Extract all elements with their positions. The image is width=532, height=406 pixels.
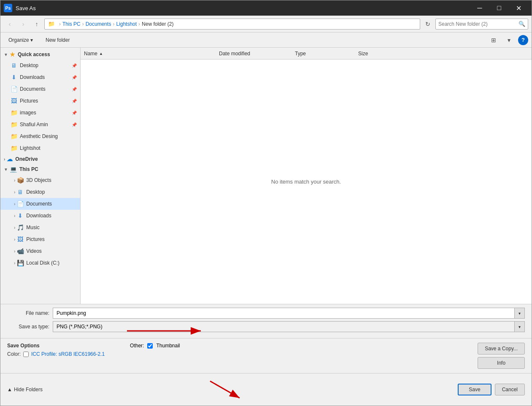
back-button[interactable]: ‹ bbox=[4, 18, 16, 30]
music-icon: 🎵 bbox=[17, 224, 24, 231]
sidebar-item-localdisk-label: Local Disk (C:) bbox=[26, 260, 77, 266]
sidebar-item-pictures-pc[interactable]: › 🖼 Pictures bbox=[0, 233, 80, 245]
up-button[interactable]: ↑ bbox=[31, 18, 43, 30]
pin-icon-6: 📌 bbox=[72, 122, 77, 127]
view-button[interactable]: ⊞ bbox=[488, 35, 500, 46]
filename-row: File name: ▾ bbox=[7, 308, 525, 319]
savetype-dropdown-button[interactable]: ▾ bbox=[515, 321, 525, 332]
3dobjects-chevron: › bbox=[14, 178, 15, 183]
forward-button[interactable]: › bbox=[17, 18, 29, 30]
drive-icon: 💾 bbox=[17, 260, 24, 266]
icc-profile-link[interactable]: ICC Profile: sRGB IEC61966-2.1 bbox=[31, 351, 105, 357]
sidebar-item-documents-pc-label: Documents bbox=[26, 201, 77, 207]
sidebar-item-music-pc[interactable]: › 🎵 Music bbox=[0, 222, 80, 233]
lightshot-folder-icon: 📁 bbox=[11, 145, 17, 152]
save-as-dialog: Ps Save As ─ □ ✕ ‹ › ↑ 📁 › This PC › Doc… bbox=[0, 0, 532, 406]
main-content: ▼ ★ Quick access 🖥 Desktop 📌 ⬇ Downloads… bbox=[0, 48, 532, 304]
savetype-row: Save as type: ▾ bbox=[7, 321, 525, 332]
sidebar-item-pictures-pc-label: Pictures bbox=[26, 236, 77, 242]
column-header: Name ▲ Date modified Type Size bbox=[81, 48, 532, 60]
info-button[interactable]: Info bbox=[478, 357, 525, 369]
col-size-header[interactable]: Size bbox=[355, 51, 397, 57]
sidebar-item-downloads-pc[interactable]: › ⬇ Downloads bbox=[0, 210, 80, 222]
maximize-button[interactable]: □ bbox=[489, 0, 509, 16]
sidebar-item-downloads-label: Downloads bbox=[20, 74, 70, 80]
search-box[interactable]: 🔍 bbox=[435, 19, 528, 30]
sidebar-item-pictures-quick[interactable]: 🖼 Pictures 📌 bbox=[0, 95, 80, 107]
sidebar-item-3dobjects[interactable]: › 📦 3D Objects bbox=[0, 174, 80, 186]
save-buttons-section: Save a Copy... Info bbox=[478, 343, 525, 369]
breadcrumb-thispc[interactable]: This PC bbox=[62, 21, 81, 27]
filename-dropdown-button[interactable]: ▾ bbox=[515, 308, 525, 319]
file-list: No items match your search. bbox=[81, 60, 532, 304]
sidebar-item-documents-quick[interactable]: 📄 Documents 📌 bbox=[0, 83, 80, 95]
savetype-label: Save as type: bbox=[7, 324, 49, 330]
videos-icon: 📹 bbox=[17, 248, 24, 254]
savetype-input[interactable] bbox=[53, 321, 515, 332]
sort-arrow: ▲ bbox=[99, 51, 103, 56]
sidebar-item-downloads-pc-label: Downloads bbox=[26, 213, 77, 219]
footer: ▲ Hide Folders Save Cancel bbox=[0, 373, 532, 406]
minimize-button[interactable]: ─ bbox=[470, 0, 489, 16]
filename-input[interactable] bbox=[53, 308, 515, 319]
sidebar-item-documents-label: Documents bbox=[20, 86, 70, 92]
localdisk-chevron: › bbox=[14, 261, 15, 265]
organize-button[interactable]: Organize ▾ bbox=[4, 35, 38, 46]
other-section: Other: Thumbnail bbox=[130, 343, 180, 349]
color-label: Color: bbox=[7, 351, 21, 357]
refresh-button[interactable]: ↻ bbox=[422, 18, 434, 30]
sidebar-section-thispc[interactable]: ▼ 💻 This PC bbox=[0, 164, 80, 174]
save-copy-button[interactable]: Save a Copy... bbox=[478, 343, 525, 355]
thumbnail-checkbox[interactable] bbox=[147, 343, 153, 349]
title-bar: Ps Save As ─ □ ✕ bbox=[0, 0, 532, 16]
pin-icon-4: 📌 bbox=[72, 99, 77, 103]
sidebar-item-videos-pc[interactable]: › 📹 Videos bbox=[0, 245, 80, 257]
pin-icon: 📌 bbox=[72, 63, 77, 68]
breadcrumb-lightshot[interactable]: Lightshot bbox=[116, 21, 137, 27]
sidebar-item-images-label: images bbox=[20, 110, 70, 116]
view-dropdown-button[interactable]: ▾ bbox=[503, 35, 515, 46]
sidebar-item-music-label: Music bbox=[26, 225, 77, 230]
sidebar-item-aesthetic-quick[interactable]: 📁 Aesthetic Desing bbox=[0, 130, 80, 142]
help-button[interactable]: ? bbox=[518, 35, 528, 45]
file-area: Name ▲ Date modified Type Size No items … bbox=[81, 48, 532, 304]
icc-checkbox[interactable] bbox=[23, 352, 29, 357]
sidebar-item-documents-pc[interactable]: › 📄 Documents bbox=[0, 198, 80, 210]
other-label: Other: bbox=[130, 343, 144, 349]
save-options-panel: Save Options Color: ICC Profile: sRGB IE… bbox=[0, 338, 532, 373]
save-options-title: Save Options bbox=[7, 343, 105, 349]
sidebar-item-downloads-quick[interactable]: ⬇ Downloads 📌 bbox=[0, 71, 80, 83]
quick-access-chevron: ▼ bbox=[4, 52, 8, 57]
search-icon: 🔍 bbox=[518, 21, 525, 27]
sidebar-item-lightshot-quick[interactable]: 📁 Lightshot bbox=[0, 142, 80, 154]
hide-folders-button[interactable]: ▲ Hide Folders bbox=[7, 387, 43, 392]
sidebar-item-desktop-pc[interactable]: › 🖥 Desktop bbox=[0, 186, 80, 198]
new-folder-button[interactable]: New folder bbox=[41, 35, 74, 46]
col-name-header[interactable]: Name ▲ bbox=[81, 51, 216, 57]
cancel-button[interactable]: Cancel bbox=[495, 384, 525, 395]
sidebar-section-onedrive[interactable]: › ☁ OneDrive bbox=[0, 154, 80, 164]
onedrive-label: OneDrive bbox=[15, 156, 38, 162]
search-input[interactable] bbox=[438, 21, 518, 27]
sidebar-item-shafiul-quick[interactable]: 📁 Shafiul Amin 📌 bbox=[0, 119, 80, 130]
sidebar-item-desktop-label: Desktop bbox=[20, 62, 70, 68]
desktop-folder-icon: 🖥 bbox=[11, 62, 17, 69]
sidebar-section-quick-access[interactable]: ▼ ★ Quick access bbox=[0, 49, 80, 60]
sidebar-item-localdisk-pc[interactable]: › 💾 Local Disk (C:) bbox=[0, 257, 80, 269]
sidebar-item-images-quick[interactable]: 📁 images 📌 bbox=[0, 107, 80, 119]
thispc-label: This PC bbox=[19, 166, 38, 172]
breadcrumb[interactable]: 📁 › This PC › Documents › Lightshot › Ne… bbox=[44, 19, 420, 30]
save-button[interactable]: Save bbox=[458, 384, 491, 395]
pin-icon-5: 📌 bbox=[72, 111, 77, 115]
red-arrow-annotation-2 bbox=[202, 377, 252, 402]
col-modified-header[interactable]: Date modified bbox=[216, 51, 292, 57]
col-type-header[interactable]: Type bbox=[292, 51, 355, 57]
pin-icon-2: 📌 bbox=[72, 75, 77, 80]
red-arrow-annotation-1 bbox=[123, 325, 207, 337]
close-button[interactable]: ✕ bbox=[509, 0, 528, 16]
breadcrumb-documents[interactable]: Documents bbox=[86, 21, 111, 27]
pictures-chevron: › bbox=[14, 237, 15, 242]
images-folder-icon: 📁 bbox=[11, 109, 17, 116]
sidebar-item-videos-label: Videos bbox=[26, 248, 77, 254]
sidebar-item-desktop-quick[interactable]: 🖥 Desktop 📌 bbox=[0, 60, 80, 71]
